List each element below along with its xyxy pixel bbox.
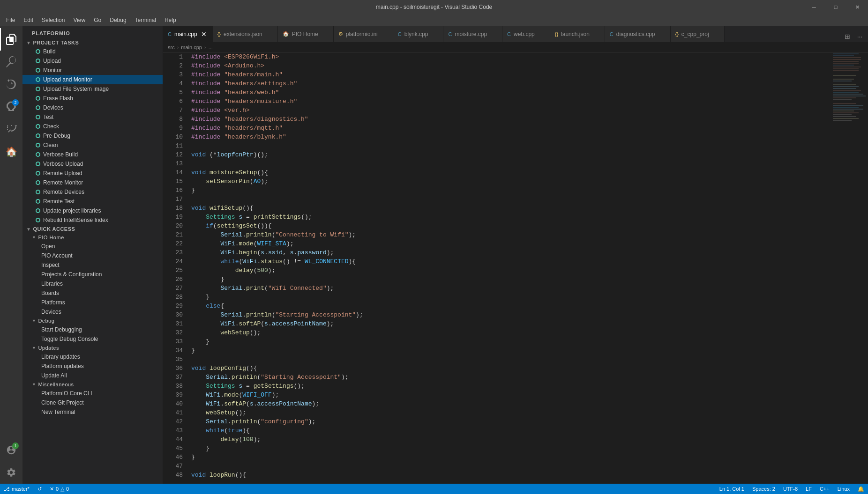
sidebar-item-open[interactable]: Open <box>22 242 163 251</box>
account-activity-icon[interactable]: 1 <box>0 439 22 461</box>
main-cpp-tab-close[interactable]: ✕ <box>200 30 208 38</box>
debug-subsection[interactable]: ▼ Debug <box>22 317 163 325</box>
devices-label: Devices <box>43 104 63 111</box>
sidebar-item-remote-test[interactable]: Remote Test <box>22 197 163 206</box>
sidebar-item-new-terminal[interactable]: New Terminal <box>22 407 163 417</box>
sidebar-item-remote-monitor[interactable]: Remote Monitor <box>22 178 163 187</box>
sidebar-item-remote-devices[interactable]: Remote Devices <box>22 187 163 197</box>
explorer-activity-icon[interactable] <box>0 28 22 51</box>
status-os[interactable]: Linux <box>834 484 853 494</box>
tab-launch-json[interactable]: {} launch.json ✕ <box>550 26 605 42</box>
pio-home-subsection[interactable]: ▼ PIO Home <box>22 233 163 242</box>
breadcrumb-more[interactable]: ... <box>209 44 213 50</box>
code-content[interactable]: #include <ESP8266WiFi.h> #include <Ardui… <box>187 52 831 484</box>
sidebar-item-monitor[interactable]: Monitor <box>22 66 163 75</box>
maximize-button[interactable]: □ <box>825 0 846 14</box>
status-language[interactable]: C++ <box>816 484 833 494</box>
sidebar-item-test[interactable]: Test <box>22 112 163 122</box>
sidebar-item-remote-upload[interactable]: Remote Upload <box>22 169 163 178</box>
debug-activity-icon[interactable]: 2 <box>0 96 22 118</box>
sidebar-item-verbose-build[interactable]: Verbose Build <box>22 150 163 159</box>
more-actions-button[interactable]: ··· <box>854 30 866 42</box>
menu-view[interactable]: View <box>69 15 89 25</box>
main-cpp-tab-label: main.cpp <box>174 31 197 37</box>
platformio-activity-icon[interactable]: 🏠 <box>0 140 22 163</box>
split-editor-button[interactable]: ⊞ <box>841 30 853 42</box>
sidebar-item-erase-flash[interactable]: Erase Flash <box>22 94 163 103</box>
sidebar-item-update-libs[interactable]: Update project libraries <box>22 206 163 215</box>
menu-terminal[interactable]: Terminal <box>131 15 160 25</box>
sidebar-item-platformio-core-cli[interactable]: PlatformIO Core CLI <box>22 389 163 398</box>
status-line-ending[interactable]: LF <box>802 484 816 494</box>
sidebar-item-clean[interactable]: Clean <box>22 140 163 150</box>
status-spaces[interactable]: Spaces: 2 <box>748 484 779 494</box>
sidebar-item-start-debugging[interactable]: Start Debugging <box>22 325 163 334</box>
misc-subsection[interactable]: ▼ Miscellaneous <box>22 380 163 389</box>
search-activity-icon[interactable] <box>0 51 22 73</box>
sidebar-item-boards[interactable]: Boards <box>22 288 163 298</box>
breadcrumb-src[interactable]: src <box>168 44 175 50</box>
tab-web-cpp[interactable]: C web.cpp ✕ <box>502 26 550 42</box>
sidebar-item-projects-config[interactable]: Projects & Configuration <box>22 270 163 279</box>
quick-access-section[interactable]: ▼ QUICK ACCESS <box>22 225 163 233</box>
sidebar-item-toggle-debug[interactable]: Toggle Debug Console <box>22 334 163 344</box>
tab-main-cpp[interactable]: C main.cpp ✕ <box>163 26 213 42</box>
sidebar-item-verbose-upload[interactable]: Verbose Upload <box>22 159 163 169</box>
projects-config-label: Projects & Configuration <box>41 271 102 278</box>
sidebar-item-rebuild-intellisense[interactable]: Rebuild IntelliSense Index <box>22 215 163 225</box>
error-icon: ✕ <box>50 486 54 492</box>
sidebar-item-check[interactable]: Check <box>22 122 163 131</box>
sidebar-item-platforms[interactable]: Platforms <box>22 298 163 307</box>
remote-monitor-dot <box>36 180 40 185</box>
tab-moisture-cpp[interactable]: C moisture.cpp ✕ <box>443 26 502 42</box>
menu-debug[interactable]: Debug <box>106 15 130 25</box>
menu-selection[interactable]: Selection <box>38 15 68 25</box>
sidebar-item-build[interactable]: Build <box>22 47 163 56</box>
status-ln-col[interactable]: Ln 1, Col 1 <box>716 484 748 494</box>
menu-edit[interactable]: Edit <box>20 15 37 25</box>
sidebar-item-clone-git[interactable]: Clone Git Project <box>22 398 163 407</box>
svg-rect-21 <box>833 97 856 98</box>
svg-rect-24 <box>833 105 863 106</box>
sidebar-item-inspect[interactable]: Inspect <box>22 260 163 270</box>
source-control-activity-icon[interactable] <box>0 73 22 96</box>
extensions-activity-icon[interactable] <box>0 118 22 140</box>
tab-pio-home[interactable]: 🏠 PIO Home ✕ <box>278 26 334 42</box>
menu-file[interactable]: File <box>2 15 19 25</box>
svg-rect-26 <box>833 109 863 110</box>
status-errors[interactable]: ✕ 0 △ 0 <box>46 484 73 494</box>
status-left: ⎇ master* ↺ ✕ 0 △ 0 <box>0 484 73 494</box>
sidebar-item-pio-account[interactable]: PIO Account <box>22 251 163 260</box>
close-button[interactable]: ✕ <box>846 0 868 14</box>
sidebar-item-upload-monitor[interactable]: Upload and Monitor <box>22 75 163 84</box>
sidebar-item-update-all[interactable]: Update All <box>22 371 163 380</box>
sidebar-item-libraries[interactable]: Libraries <box>22 279 163 288</box>
tab-c-cpp-proj[interactable]: {} c_cpp_proj ✕ <box>671 26 725 42</box>
sidebar-item-devices[interactable]: Devices <box>22 103 163 112</box>
project-tasks-section[interactable]: ▼ PROJECT TASKS <box>22 38 163 47</box>
sidebar-item-library-updates[interactable]: Library updates <box>22 352 163 361</box>
tab-diagnostics-cpp[interactable]: C diagnostics.cpp ✕ <box>605 26 671 42</box>
sidebar-item-pre-debug[interactable]: Pre-Debug <box>22 131 163 140</box>
tab-platformio-ini[interactable]: ⚙ platformio.ini ✕ <box>334 26 393 42</box>
updates-subsection[interactable]: ▼ Updates <box>22 344 163 352</box>
status-sync[interactable]: ↺ <box>34 484 45 494</box>
settings-activity-icon[interactable] <box>0 461 22 484</box>
debug-arrow: ▼ <box>32 318 36 323</box>
toggle-debug-label: Toggle Debug Console <box>41 336 98 342</box>
status-notifications[interactable]: 🔔 <box>854 484 868 494</box>
sidebar-item-platform-updates[interactable]: Platform updates <box>22 361 163 371</box>
blynk-cpp-tab-label: blynk.cpp <box>404 31 428 37</box>
sidebar-item-upload[interactable]: Upload <box>22 56 163 66</box>
svg-rect-8 <box>833 66 861 67</box>
menu-go[interactable]: Go <box>90 15 105 25</box>
tab-extensions-json[interactable]: {} extensions.json ✕ <box>213 26 278 42</box>
status-encoding[interactable]: UTF-8 <box>779 484 801 494</box>
sidebar-item-qa-devices[interactable]: Devices <box>22 307 163 317</box>
sidebar-item-upload-fs[interactable]: Upload File System image <box>22 84 163 94</box>
menu-help[interactable]: Help <box>161 15 180 25</box>
status-branch[interactable]: ⎇ master* <box>0 484 33 494</box>
minimize-button[interactable]: ─ <box>803 0 825 14</box>
breadcrumb-main-cpp[interactable]: main.cpp <box>181 44 202 50</box>
tab-blynk-cpp[interactable]: C blynk.cpp ✕ <box>393 26 444 42</box>
